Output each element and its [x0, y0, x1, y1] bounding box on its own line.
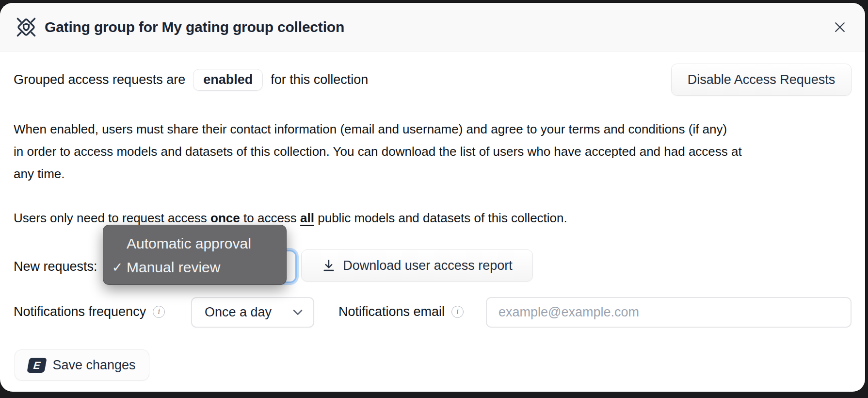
modal-title: Gating group for My gating group collect… — [45, 19, 344, 35]
note-emphasis-once: once — [210, 211, 240, 225]
checkmark-icon: ✓ — [110, 260, 125, 275]
dropdown-option-automatic-approval[interactable]: Automatic approval — [103, 232, 286, 255]
save-button-label: Save changes — [52, 358, 135, 373]
gating-group-modal: Gating group for My gating group collect… — [0, 3, 865, 392]
notifications-frequency-select[interactable]: Once a day — [191, 297, 314, 328]
frequency-selected-value: Once a day — [205, 305, 283, 320]
download-user-access-report-button[interactable]: Download user access report — [301, 249, 533, 282]
info-icon[interactable]: i — [451, 306, 464, 318]
enterprise-badge-icon: E — [27, 358, 47, 373]
new-requests-dropdown-menu: Automatic approval ✓ Manual review — [103, 225, 287, 285]
notifications-email-row: Notifications email i — [338, 299, 464, 324]
status-badge: enabled — [193, 69, 263, 91]
disable-access-requests-button[interactable]: Disable Access Requests — [671, 64, 852, 96]
notifications-frequency-label: Notifications frequency — [14, 304, 146, 319]
gated-group-icon — [15, 16, 38, 39]
close-button[interactable] — [829, 17, 851, 38]
notifications-email-label: Notifications email — [338, 304, 445, 319]
close-icon — [833, 20, 847, 34]
description-line: in order to access models and datasets o… — [14, 140, 857, 163]
option-label: Automatic approval — [127, 235, 251, 252]
description-paragraph: When enabled, users must share their con… — [14, 118, 857, 185]
note-emphasis-all: all — [300, 211, 314, 225]
download-button-label: Download user access report — [343, 258, 513, 273]
note-text: to access — [240, 211, 300, 225]
info-icon[interactable]: i — [153, 306, 165, 318]
notifications-email-input[interactable] — [486, 297, 852, 328]
modal-header: Gating group for My gating group collect… — [0, 3, 865, 51]
save-changes-button[interactable]: E Save changes — [15, 349, 149, 381]
notifications-frequency-row: Notifications frequency i — [14, 299, 165, 324]
download-icon — [321, 258, 336, 273]
description-line: any time. — [14, 163, 857, 185]
note-text: public models and datasets of this colle… — [314, 211, 567, 225]
option-label: Manual review — [127, 259, 220, 276]
dropdown-option-manual-review[interactable]: ✓ Manual review — [103, 255, 286, 279]
new-requests-label: New requests: — [14, 259, 97, 274]
description-line: When enabled, users must share their con… — [14, 118, 857, 140]
chevron-down-icon — [292, 309, 304, 316]
note-text: Users only need to request access — [14, 211, 210, 225]
status-row: Grouped access requests are enabled for … — [14, 64, 368, 96]
status-prefix: Grouped access requests are — [14, 72, 185, 87]
status-suffix: for this collection — [271, 72, 368, 87]
